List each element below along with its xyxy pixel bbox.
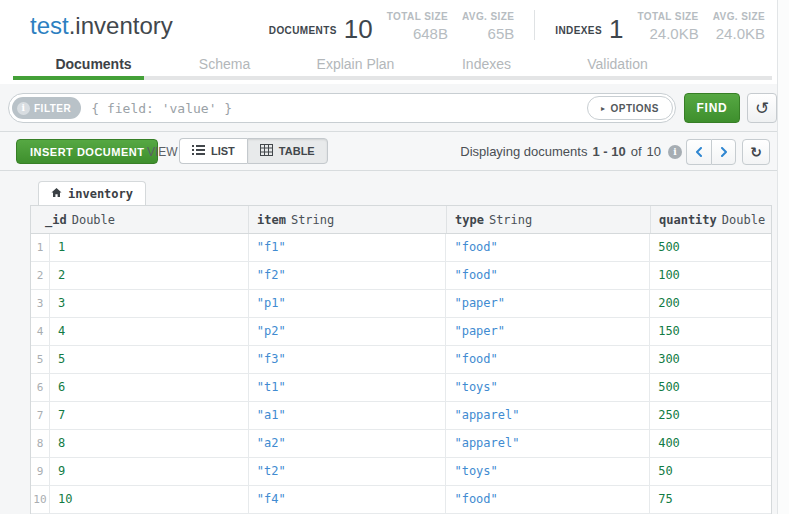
- table-row[interactable]: 1 1 "f1" "food" 500: [31, 234, 771, 262]
- cell-id[interactable]: 10: [50, 486, 249, 513]
- cell-quantity[interactable]: 150: [650, 318, 771, 345]
- collection-tabbar: Documents Schema Explain Plan Indexes Va…: [28, 52, 683, 78]
- cell-quantity[interactable]: 200: [650, 290, 771, 317]
- tab-documents[interactable]: Documents: [28, 52, 159, 78]
- cell-type[interactable]: "food": [446, 262, 650, 289]
- cell-id[interactable]: 4: [50, 318, 249, 345]
- row-number: 5: [31, 346, 50, 373]
- cell-type[interactable]: "paper": [446, 290, 650, 317]
- row-number: 7: [31, 402, 50, 429]
- table-row[interactable]: 8 8 "a2" "apparel" 400: [31, 430, 771, 458]
- cell-item[interactable]: "p1": [249, 290, 447, 317]
- cell-type[interactable]: "food": [446, 234, 650, 261]
- cell-quantity[interactable]: 250: [650, 402, 771, 429]
- tab-validation[interactable]: Validation: [552, 52, 683, 78]
- compass-collection-view: test.inventory DOCUMENTS 10 TOTAL SIZE 6…: [0, 0, 789, 514]
- cell-item[interactable]: "t1": [249, 374, 447, 401]
- home-icon: [51, 187, 62, 201]
- table-row[interactable]: 6 6 "t1" "toys" 500: [31, 374, 771, 402]
- view-list-label: LIST: [211, 145, 235, 157]
- cell-item[interactable]: "f1": [249, 234, 447, 261]
- view-list-button[interactable]: LIST: [179, 138, 247, 164]
- row-number: 4: [31, 318, 50, 345]
- chevron-left-icon: [695, 143, 703, 161]
- table-row[interactable]: 9 9 "t2" "toys" 50: [31, 458, 771, 486]
- cell-quantity[interactable]: 75: [650, 486, 771, 513]
- cell-item[interactable]: "a2": [249, 430, 447, 457]
- cell-type[interactable]: "food": [446, 486, 650, 513]
- next-page-button[interactable]: [711, 139, 736, 165]
- prev-page-button[interactable]: [686, 139, 711, 165]
- cell-type[interactable]: "paper": [446, 318, 650, 345]
- scrollbar-gutter: [777, 0, 789, 514]
- cell-id[interactable]: 8: [50, 430, 249, 457]
- cell-item[interactable]: "f3": [249, 346, 447, 373]
- status-total: 10: [647, 144, 661, 159]
- insert-document-button[interactable]: INSERT DOCUMENT: [16, 139, 158, 164]
- table-row[interactable]: 4 4 "p2" "paper" 150: [31, 318, 771, 346]
- tab-schema[interactable]: Schema: [159, 52, 290, 78]
- table-body: 1 1 "f1" "food" 500 2 2 "f2" "food" 100 …: [31, 234, 771, 514]
- history-icon: ↺: [755, 98, 769, 118]
- view-table-button[interactable]: TABLE: [247, 138, 328, 164]
- table-header-row: _id Double item String type String quant…: [31, 206, 771, 234]
- documents-content: inventory _id Double item String type St…: [0, 171, 789, 514]
- pagination-status: Displaying documents 1 - 10 of 10 i: [460, 144, 682, 159]
- filter-pill-label: FILTER: [34, 103, 71, 114]
- column-header-type[interactable]: type String: [447, 206, 651, 233]
- documents-total-size: TOTAL SIZE 648B: [387, 11, 448, 42]
- collection-breadcrumb-tab[interactable]: inventory: [38, 181, 146, 205]
- cell-id[interactable]: 5: [50, 346, 249, 373]
- row-number: 8: [31, 430, 50, 457]
- status-prefix: Displaying documents: [460, 144, 587, 159]
- column-header-quantity[interactable]: quantity Double: [651, 206, 771, 233]
- cell-quantity[interactable]: 300: [650, 346, 771, 373]
- cell-type[interactable]: "food": [446, 346, 650, 373]
- cell-type[interactable]: "apparel": [446, 430, 650, 457]
- cell-quantity[interactable]: 500: [650, 374, 771, 401]
- cell-quantity[interactable]: 400: [650, 430, 771, 457]
- list-icon: [192, 144, 205, 158]
- cell-quantity[interactable]: 100: [650, 262, 771, 289]
- table-row[interactable]: 2 2 "f2" "food" 100: [31, 262, 771, 290]
- cell-id[interactable]: 7: [50, 402, 249, 429]
- find-button[interactable]: FIND: [684, 93, 740, 123]
- column-header-item[interactable]: item String: [249, 206, 447, 233]
- collection-name: inventory: [75, 12, 172, 39]
- cell-item[interactable]: "a1": [249, 402, 447, 429]
- filter-pill: i FILTER: [12, 97, 81, 119]
- row-number: 2: [31, 262, 50, 289]
- filter-box: i FILTER ▸ OPTIONS: [8, 93, 676, 123]
- cell-quantity[interactable]: 500: [650, 234, 771, 261]
- cell-quantity[interactable]: 50: [650, 458, 771, 485]
- table-row[interactable]: 10 10 "f4" "food" 75: [31, 486, 771, 514]
- column-header-id[interactable]: _id Double: [31, 206, 249, 233]
- cell-type[interactable]: "toys": [446, 458, 650, 485]
- cell-item[interactable]: "f4": [249, 486, 447, 513]
- collection-header: test.inventory DOCUMENTS 10 TOTAL SIZE 6…: [0, 0, 789, 84]
- query-history-button[interactable]: ↺: [747, 93, 777, 123]
- database-name: test: [30, 12, 69, 39]
- cell-item[interactable]: "p2": [249, 318, 447, 345]
- table-row[interactable]: 5 5 "f3" "food" 300: [31, 346, 771, 374]
- cell-id[interactable]: 2: [50, 262, 249, 289]
- indexes-stats: INDEXES 1 TOTAL SIZE 24.0KB AVG. SIZE 24…: [555, 11, 765, 42]
- cell-type[interactable]: "apparel": [446, 402, 650, 429]
- table-row[interactable]: 7 7 "a1" "apparel" 250: [31, 402, 771, 430]
- info-icon: i: [17, 102, 30, 115]
- tab-indexes[interactable]: Indexes: [421, 52, 552, 78]
- tab-explain-plan[interactable]: Explain Plan: [290, 52, 421, 78]
- cell-id[interactable]: 3: [50, 290, 249, 317]
- options-button[interactable]: ▸ OPTIONS: [587, 96, 673, 120]
- table-row[interactable]: 3 3 "p1" "paper" 200: [31, 290, 771, 318]
- cell-id[interactable]: 1: [50, 234, 249, 261]
- cell-item[interactable]: "f2": [249, 262, 447, 289]
- refresh-documents-button[interactable]: ↻: [742, 139, 770, 165]
- table-icon: [260, 144, 273, 158]
- cell-id[interactable]: 9: [50, 458, 249, 485]
- info-icon[interactable]: i: [668, 145, 682, 159]
- documents-count: 10: [344, 17, 373, 42]
- cell-type[interactable]: "toys": [446, 374, 650, 401]
- cell-id[interactable]: 6: [50, 374, 249, 401]
- cell-item[interactable]: "t2": [249, 458, 447, 485]
